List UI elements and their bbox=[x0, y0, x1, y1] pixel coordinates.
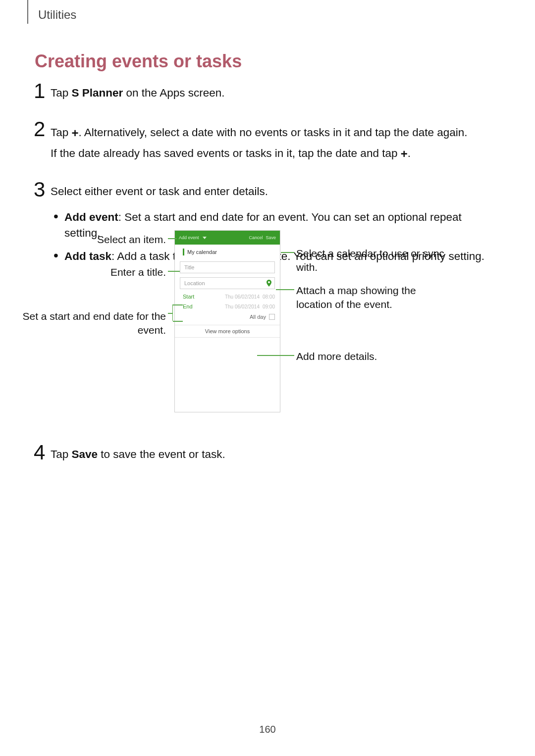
title-input[interactable]: Title bbox=[180, 261, 275, 273]
bracket bbox=[172, 304, 173, 321]
end-row[interactable]: End Thu 06/02/2014 09:00 bbox=[175, 301, 280, 311]
header-section: Utilities bbox=[38, 8, 76, 24]
cancel-button[interactable]: Cancel bbox=[249, 235, 263, 240]
view-more-button[interactable]: View more options bbox=[175, 325, 280, 338]
save-button[interactable]: Save bbox=[266, 235, 276, 240]
leader-line bbox=[257, 355, 294, 356]
text: . bbox=[408, 147, 411, 159]
view-more-label: View more options bbox=[205, 328, 250, 334]
text: If the date already has saved events or … bbox=[51, 147, 401, 159]
start-label: Start bbox=[183, 294, 201, 300]
end-date: Thu 06/02/2014 bbox=[225, 304, 260, 309]
start-row[interactable]: Start Thu 06/02/2014 08:00 bbox=[175, 291, 280, 301]
start-date: Thu 06/02/2014 bbox=[225, 294, 260, 300]
plus-icon: + bbox=[72, 126, 79, 140]
step-number: 2 bbox=[34, 119, 51, 164]
leader-line bbox=[281, 252, 294, 253]
callout-attach-map: Attach a map showing the location of the… bbox=[296, 284, 435, 312]
text-bold: Add event bbox=[64, 211, 118, 223]
all-day-row[interactable]: All day bbox=[175, 311, 280, 323]
step-body: Tap Save to save the event or task. bbox=[51, 442, 225, 465]
phone-screenshot: Add event Cancel Save My calendar Title … bbox=[174, 230, 280, 412]
text-bold: Save bbox=[72, 448, 98, 460]
location-input[interactable]: Location bbox=[180, 277, 275, 289]
header-tab: Utilities bbox=[27, 0, 76, 24]
manual-page: Utilities Creating events or tasks 1 Tap… bbox=[0, 0, 535, 756]
leader-line bbox=[276, 289, 294, 290]
placeholder: Location bbox=[184, 280, 205, 286]
step-2: 2 Tap +. Alternatively, select a date wi… bbox=[34, 119, 497, 164]
start-time: 08:00 bbox=[263, 294, 275, 300]
step-intro: Select either event or task and enter de… bbox=[51, 183, 497, 201]
calendar-label: My calendar bbox=[187, 249, 217, 255]
text: on the Apps screen. bbox=[123, 87, 224, 99]
end-time: 09:00 bbox=[263, 304, 275, 309]
all-day-checkbox[interactable] bbox=[269, 314, 275, 320]
calendar-selector[interactable]: My calendar bbox=[175, 245, 280, 259]
calendar-accent bbox=[183, 249, 184, 255]
text: Tap bbox=[51, 126, 72, 139]
page-number: 160 bbox=[0, 724, 535, 735]
placeholder: Title bbox=[184, 264, 194, 270]
callout-add-more: Add more details. bbox=[296, 350, 425, 363]
dropdown-icon bbox=[203, 237, 207, 239]
end-label: End bbox=[183, 303, 201, 309]
figure: Add event Cancel Save My calendar Title … bbox=[35, 230, 490, 428]
step-number: 4 bbox=[34, 442, 51, 465]
callout-enter-title: Enter a title. bbox=[35, 265, 166, 279]
step-number: 1 bbox=[34, 81, 51, 104]
text: . Alternatively, select a date with no e… bbox=[79, 126, 468, 139]
step-1: 1 Tap S Planner on the Apps screen. bbox=[34, 81, 497, 104]
leader-line bbox=[168, 271, 180, 272]
step-body: Tap S Planner on the Apps screen. bbox=[51, 81, 224, 104]
callout-set-dates: Set a start and end date for the event. bbox=[20, 309, 166, 338]
text: to save the event or task. bbox=[98, 448, 225, 460]
phone-header: Add event Cancel Save bbox=[175, 231, 280, 245]
text-bold: S Planner bbox=[72, 87, 123, 99]
add-event-dropdown[interactable]: Add event bbox=[179, 235, 199, 240]
callout-select-item: Select an item. bbox=[35, 233, 166, 247]
text: Tap bbox=[51, 448, 72, 460]
location-pin-icon[interactable] bbox=[267, 280, 271, 288]
leader-line bbox=[168, 238, 177, 239]
step-body: Tap +. Alternatively, select a date with… bbox=[51, 119, 468, 164]
plus-icon: + bbox=[401, 147, 408, 160]
step-4: 4 Tap Save to save the event or task. bbox=[34, 442, 497, 465]
all-day-label: All day bbox=[250, 314, 266, 320]
section-title: Creating events or tasks bbox=[35, 51, 242, 72]
leader-line bbox=[168, 313, 172, 314]
step-4-wrap: 4 Tap Save to save the event or task. bbox=[34, 442, 497, 465]
callout-select-calendar: Select a calendar to use or sync with. bbox=[296, 247, 450, 275]
text: Tap bbox=[51, 87, 72, 99]
